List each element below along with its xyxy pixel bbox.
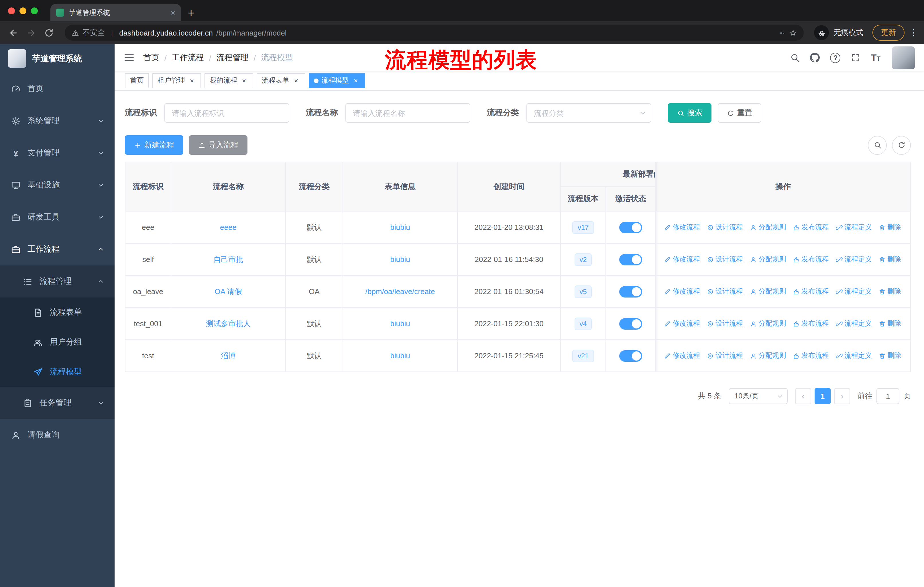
reload-button[interactable] <box>41 25 57 40</box>
form-info-link[interactable]: biubiu <box>390 223 410 231</box>
sidebar-item-process-management[interactable]: 流程管理 <box>0 265 115 298</box>
active-toggle[interactable] <box>619 350 642 361</box>
tag-close-icon[interactable]: × <box>352 76 360 84</box>
action-assign-rule-link[interactable]: 分配规则 <box>750 222 786 232</box>
sidebar-item-infrastructure[interactable]: 基础设施 <box>0 169 115 201</box>
refresh-table-button[interactable] <box>892 136 911 154</box>
action-edit-process-link[interactable]: 修改流程 <box>664 255 700 264</box>
goto-page-input[interactable] <box>876 388 899 404</box>
forward-button[interactable] <box>23 25 39 40</box>
browser-tab[interactable]: 芋道管理系统 × <box>50 4 181 21</box>
action-edit-process-link[interactable]: 修改流程 <box>664 222 700 232</box>
tag-close-icon[interactable]: × <box>240 76 248 84</box>
sidebar-item-user-group[interactable]: 用户分组 <box>0 327 115 357</box>
action-process-definition-link[interactable]: 流程定义 <box>836 255 872 264</box>
breadcrumb-item-home[interactable]: 首页 <box>143 53 159 63</box>
font-size-icon[interactable]: TT <box>871 53 881 62</box>
action-design-process-link[interactable]: 设计流程 <box>707 287 743 296</box>
sidebar-item-leave-query[interactable]: 请假查询 <box>0 419 115 451</box>
action-design-process-link[interactable]: 设计流程 <box>707 319 743 329</box>
active-toggle[interactable] <box>619 318 642 329</box>
process-key-input[interactable] <box>164 103 289 123</box>
form-info-link[interactable]: /bpm/oa/leave/create <box>365 287 435 296</box>
bookmark-star-icon[interactable] <box>789 29 797 36</box>
minimize-window-button[interactable] <box>20 7 26 14</box>
zoom-window-button[interactable] <box>31 7 38 14</box>
process-category-select-input[interactable] <box>526 103 651 123</box>
tag-process-model[interactable]: 流程模型 × <box>309 73 365 88</box>
browser-update-button[interactable]: 更新 <box>873 25 904 41</box>
action-process-definition-link[interactable]: 流程定义 <box>836 222 872 232</box>
breadcrumb-item-workflow[interactable]: 工作流程 <box>172 53 204 63</box>
sidebar-item-payment-management[interactable]: ¥ 支付管理 <box>0 137 115 169</box>
active-toggle[interactable] <box>619 254 642 265</box>
action-process-definition-link[interactable]: 流程定义 <box>836 351 872 360</box>
action-publish-process-link[interactable]: 发布流程 <box>793 319 829 329</box>
action-design-process-link[interactable]: 设计流程 <box>707 255 743 264</box>
process-name-link[interactable]: OA 请假 <box>214 287 242 296</box>
action-delete-link[interactable]: 删除 <box>879 351 901 360</box>
search-button[interactable]: 搜索 <box>668 103 711 123</box>
process-name-link[interactable]: 测试多审批人 <box>206 319 251 327</box>
browser-menu-icon[interactable]: ⋮ <box>909 28 918 38</box>
action-edit-process-link[interactable]: 修改流程 <box>664 351 700 360</box>
form-info-link[interactable]: biubiu <box>390 319 410 328</box>
active-toggle[interactable] <box>619 286 642 297</box>
github-icon[interactable] <box>810 53 820 63</box>
toggle-search-button[interactable] <box>868 136 887 154</box>
create-process-button[interactable]: 新建流程 <box>125 135 183 155</box>
user-avatar[interactable] <box>892 46 915 69</box>
action-assign-rule-link[interactable]: 分配规则 <box>750 287 786 296</box>
action-publish-process-link[interactable]: 发布流程 <box>793 255 829 264</box>
action-assign-rule-link[interactable]: 分配规则 <box>750 351 786 360</box>
process-category-select[interactable] <box>526 103 651 123</box>
form-info-link[interactable]: biubiu <box>390 255 410 264</box>
action-delete-link[interactable]: 删除 <box>879 222 901 232</box>
current-page-button[interactable]: 1 <box>815 388 831 404</box>
action-delete-link[interactable]: 删除 <box>879 255 901 264</box>
tag-tenant-management[interactable]: 租户管理 × <box>152 73 201 88</box>
sidebar-item-home[interactable]: 首页 <box>0 73 115 105</box>
reset-button[interactable]: 重置 <box>718 103 761 123</box>
sidebar-toggle-icon[interactable] <box>124 52 135 63</box>
page-size-select[interactable]: 10条/页 <box>729 388 788 404</box>
active-toggle[interactable] <box>619 222 642 233</box>
action-publish-process-link[interactable]: 发布流程 <box>793 287 829 296</box>
fullscreen-icon[interactable] <box>851 53 861 63</box>
tag-home[interactable]: 首页 <box>125 73 149 88</box>
action-process-definition-link[interactable]: 流程定义 <box>836 287 872 296</box>
sidebar-item-task-management[interactable]: 任务管理 <box>0 387 115 419</box>
action-publish-process-link[interactable]: 发布流程 <box>793 351 829 360</box>
sidebar-item-process-model[interactable]: 流程模型 <box>0 357 115 387</box>
search-icon[interactable] <box>790 53 800 63</box>
tag-close-icon[interactable]: × <box>188 76 196 84</box>
tag-close-icon[interactable]: × <box>292 76 300 84</box>
process-name-link[interactable]: eeee <box>220 223 237 231</box>
sidebar-item-process-form[interactable]: 流程表单 <box>0 298 115 327</box>
sidebar-item-workflow[interactable]: 工作流程 <box>0 233 115 265</box>
action-assign-rule-link[interactable]: 分配规则 <box>750 255 786 264</box>
sidebar-item-system-management[interactable]: 系统管理 <box>0 105 115 137</box>
action-publish-process-link[interactable]: 发布流程 <box>793 222 829 232</box>
tab-close-icon[interactable]: × <box>171 8 175 17</box>
next-page-button[interactable]: › <box>834 388 850 404</box>
tag-process-form[interactable]: 流程表单 × <box>257 73 305 88</box>
action-assign-rule-link[interactable]: 分配规则 <box>750 319 786 329</box>
action-design-process-link[interactable]: 设计流程 <box>707 351 743 360</box>
action-design-process-link[interactable]: 设计流程 <box>707 222 743 232</box>
help-icon[interactable]: ? <box>830 53 841 63</box>
action-delete-link[interactable]: 删除 <box>879 319 901 329</box>
address-bar[interactable]: 不安全 | dashboard.yudao.iocoder.cn/bpm/man… <box>65 25 804 41</box>
app-logo[interactable]: 芋道管理系统 <box>0 44 115 73</box>
tag-my-process[interactable]: 我的流程 × <box>205 73 253 88</box>
breadcrumb-item-process-management[interactable]: 流程管理 <box>216 53 249 63</box>
process-name-input[interactable] <box>345 103 470 123</box>
action-delete-link[interactable]: 删除 <box>879 287 901 296</box>
import-process-button[interactable]: 导入流程 <box>189 135 248 155</box>
back-button[interactable] <box>6 25 21 40</box>
action-edit-process-link[interactable]: 修改流程 <box>664 319 700 329</box>
action-edit-process-link[interactable]: 修改流程 <box>664 287 700 296</box>
process-name-link[interactable]: 自己审批 <box>213 255 243 263</box>
prev-page-button[interactable]: ‹ <box>795 388 811 404</box>
action-process-definition-link[interactable]: 流程定义 <box>836 319 872 329</box>
